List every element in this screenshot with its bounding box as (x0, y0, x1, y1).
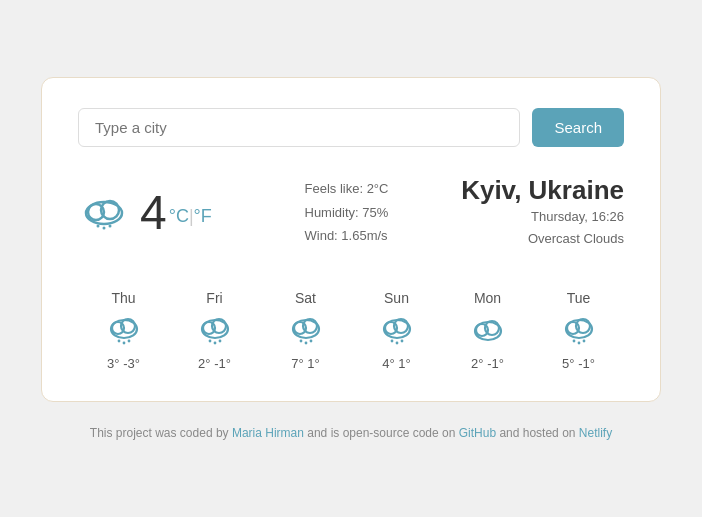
temp-value: 4 (140, 186, 167, 239)
forecast-day: Thu 3° -3° (105, 290, 143, 371)
svg-point-5 (109, 224, 112, 227)
svg-point-15 (208, 340, 211, 343)
day-label: Thu (111, 290, 135, 306)
weather-description: Overcast Clouds (461, 228, 624, 250)
svg-point-9 (117, 340, 120, 343)
forecast-temps: 4° 1° (382, 356, 410, 371)
humidity: Humidity: 75% (305, 201, 389, 224)
svg-point-36 (572, 340, 575, 343)
netlify-link[interactable]: Netlify (579, 426, 612, 440)
forecast-icon (469, 312, 507, 350)
svg-point-23 (309, 340, 312, 343)
weather-left: 4°C|°F (78, 189, 212, 237)
author-link[interactable]: Maria Hirman (232, 426, 304, 440)
wind: Wind: 1.65m/s (305, 224, 389, 247)
day-label: Sat (295, 290, 316, 306)
svg-point-10 (122, 342, 125, 345)
forecast-icon (196, 312, 234, 350)
svg-point-16 (213, 342, 216, 345)
forecast-temps: 3° -3° (107, 356, 140, 371)
temperature-display: 4°C|°F (140, 189, 212, 237)
svg-point-21 (299, 340, 302, 343)
svg-point-29 (400, 340, 403, 343)
forecast-icon (378, 312, 416, 350)
forecast-row: Thu 3° -3°Fri 2° -1°Sat (78, 282, 624, 371)
svg-point-37 (577, 342, 580, 345)
current-weather: 4°C|°F Feels like: 2°C Humidity: 75% Win… (78, 175, 624, 250)
svg-point-28 (395, 342, 398, 345)
svg-point-27 (390, 340, 393, 343)
forecast-day: Sat 7° 1° (287, 290, 325, 371)
forecast-day: Fri 2° -1° (196, 290, 234, 371)
github-link[interactable]: GitHub (459, 426, 496, 440)
day-label: Mon (474, 290, 501, 306)
day-label: Sun (384, 290, 409, 306)
weather-location: Kyiv, Ukraine Thursday, 16:26 Overcast C… (461, 175, 624, 250)
forecast-icon (287, 312, 325, 350)
forecast-temps: 7° 1° (291, 356, 319, 371)
svg-point-17 (218, 340, 221, 343)
feels-like: Feels like: 2°C (305, 177, 389, 200)
forecast-icon (105, 312, 143, 350)
weather-details: Feels like: 2°C Humidity: 75% Wind: 1.65… (285, 177, 389, 247)
forecast-day: Mon 2° -1° (469, 290, 507, 371)
forecast-day: Sun 4° 1° (378, 290, 416, 371)
svg-point-4 (103, 226, 106, 229)
forecast-day: Tue 5° -1° (560, 290, 598, 371)
forecast-temps: 2° -1° (198, 356, 231, 371)
svg-point-3 (97, 224, 100, 227)
temp-units: °C|°F (169, 206, 212, 226)
svg-point-22 (304, 342, 307, 345)
forecast-temps: 2° -1° (471, 356, 504, 371)
svg-point-38 (582, 340, 585, 343)
search-input[interactable] (78, 108, 520, 147)
day-label: Tue (567, 290, 591, 306)
footer-text-after: and hosted on (496, 426, 579, 440)
weather-card: Search 4°C|°F Feels like: 2°C Hu (41, 77, 661, 402)
footer-text-middle: and is open-source code on (304, 426, 459, 440)
city-name: Kyiv, Ukraine (461, 175, 624, 206)
day-label: Fri (206, 290, 222, 306)
footer-text-before: This project was coded by (90, 426, 232, 440)
footer: This project was coded by Maria Hirman a… (90, 426, 612, 440)
cloud-icon (78, 191, 130, 235)
forecast-icon (560, 312, 598, 350)
search-button[interactable]: Search (532, 108, 624, 147)
svg-point-11 (127, 340, 130, 343)
search-row: Search (78, 108, 624, 147)
weather-datetime: Thursday, 16:26 (461, 206, 624, 228)
forecast-temps: 5° -1° (562, 356, 595, 371)
